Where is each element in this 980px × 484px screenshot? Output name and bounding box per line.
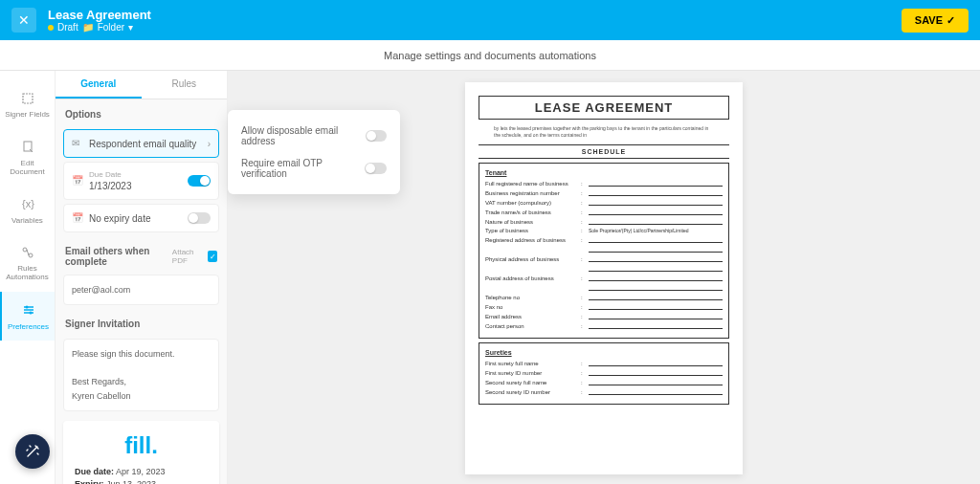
svg-point-4 [29,253,33,257]
attach-pdf-checkbox[interactable]: ✓ [208,251,217,262]
side-rail: Signer Fields Edit Document {x} Variable… [0,71,56,484]
due-date-toggle[interactable] [188,175,211,187]
email-quality-popover: Allow disposable email address Require e… [228,110,400,194]
signer-fields-icon [19,90,36,107]
magic-fab-button[interactable] [15,434,50,469]
svg-text:{x}: {x} [22,198,34,209]
otp-toggle[interactable] [365,163,387,174]
save-button[interactable]: SAVE ✓ [902,9,969,33]
svg-rect-0 [23,94,33,103]
email-recipient[interactable]: peter@aol.com [63,275,219,305]
rail-rules-automations[interactable]: Rules Automations [0,234,55,292]
subheader: Manage settings and documents automation… [0,40,980,71]
doc-title: LEASE AGREEMENT [479,96,729,120]
doc-sureties-section: Sureties First surety full name:First su… [479,342,729,405]
calendar-x-icon: 📅 [72,212,83,224]
svg-point-3 [23,248,27,252]
panel-tabs: General Rules [56,71,227,99]
popover-disposable: Allow disposable email address [241,120,387,152]
rail-edit-document[interactable]: Edit Document [0,129,55,187]
document-meta: Draft 📁 Folder ▾ [48,22,151,33]
no-expiry-toggle[interactable] [188,212,211,224]
disposable-toggle[interactable] [366,130,387,142]
option-no-expiry[interactable]: 📅 No expiry date [63,204,219,232]
check-icon: ✓ [947,14,955,27]
edit-document-icon [19,139,36,156]
variables-icon: {x} [19,195,36,212]
svg-point-6 [29,311,32,314]
invitation-body[interactable]: Please sign this document. Best Regards,… [63,339,219,411]
doc-schedule: SCHEDULE [479,144,729,159]
doc-intro: by lets the leased premises together wit… [479,125,729,139]
svg-point-5 [25,305,28,308]
wand-icon [25,444,40,459]
status-dot-icon [48,25,54,31]
close-button[interactable]: ✕ [11,8,36,33]
header-left: ✕ Lease Agreement Draft 📁 Folder ▾ [11,8,151,33]
mail-icon: ✉ [72,138,83,149]
email-others-heading: Email others when complete Attach PDF ✓ [56,236,227,271]
tab-general[interactable]: General [56,71,142,99]
invitation-preview: fill. Due date: Apr 19, 2023 Expiry: Jun… [63,421,219,484]
signer-invitation-heading: Signer Invitation [56,309,227,335]
options-heading: Options [56,99,227,125]
rail-variables[interactable]: {x} Variables [0,186,55,234]
rules-icon [19,244,36,261]
workspace: Signer Fields Edit Document {x} Variable… [0,71,980,484]
rail-preferences[interactable]: Preferences [0,292,55,341]
rail-signer-fields[interactable]: Signer Fields [0,80,55,129]
option-due-date[interactable]: 📅 Due Date 1/13/2023 [63,162,219,200]
save-label: SAVE [915,14,943,26]
top-header: ✕ Lease Agreement Draft 📁 Folder ▾ SAVE … [0,0,980,40]
preferences-icon [20,301,37,319]
document-title: Lease Agreement [48,8,151,22]
fill-logo: fill. [75,432,208,459]
option-respondent-email-quality[interactable]: ✉ Respondent email quality › [63,129,219,158]
chevron-right-icon: › [208,139,211,149]
settings-panel: General Rules Options ✉ Respondent email… [56,71,228,484]
folder-label[interactable]: Folder [98,22,124,33]
popover-otp: Require email OTP verification [241,152,387,185]
attach-pdf[interactable]: Attach PDF ✓ [172,248,217,265]
status-label: Draft [57,22,78,33]
title-block: Lease Agreement Draft 📁 Folder ▾ [48,8,151,33]
doc-tenant-section: Tenant Full registered name of business:… [479,163,729,339]
chevron-down-icon: ▾ [128,22,133,33]
folder-icon: 📁 [82,22,94,33]
tab-rules[interactable]: Rules [142,71,228,99]
calendar-icon: 📅 [72,175,83,187]
document-page: LEASE AGREEMENT by lets the leased premi… [465,82,743,474]
